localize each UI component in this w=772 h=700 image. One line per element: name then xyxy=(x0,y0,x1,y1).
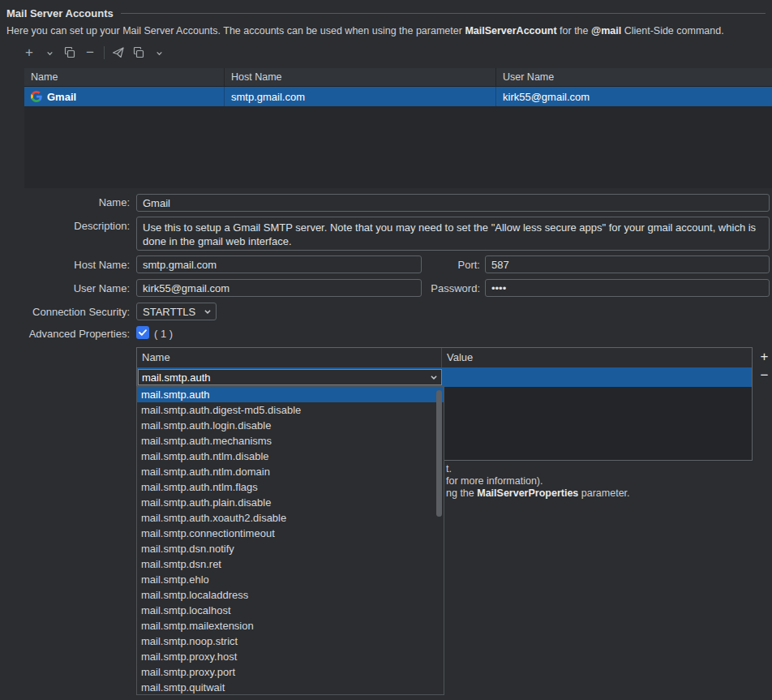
combobox-dropdown-button[interactable] xyxy=(426,370,441,384)
hint-line-3-bold: MailServerProperties xyxy=(477,487,578,499)
column-header-user-name: User Name xyxy=(496,68,772,86)
dropdown-item[interactable]: mail.smtp.auth xyxy=(137,387,444,402)
add-property-button[interactable]: + xyxy=(757,350,772,365)
properties-column-name: Name xyxy=(137,348,442,367)
google-logo-icon xyxy=(31,91,42,102)
account-host: smtp.gmail.com xyxy=(231,91,305,103)
connection-security-select[interactable]: STARTTLS xyxy=(136,303,217,320)
page-title: Mail Server Accounts xyxy=(6,7,114,19)
dropdown-item[interactable]: mail.smtp.localaddress xyxy=(137,587,444,603)
hint-line-3-suffix: parameter. xyxy=(578,487,629,499)
user-name-label: User Name: xyxy=(6,282,130,294)
chevron-down-icon xyxy=(430,373,438,381)
toolbar: + − xyxy=(23,44,165,62)
header-rule xyxy=(121,13,766,14)
intro-part1: Here you can set up your Mail Server Acc… xyxy=(6,25,465,37)
check-icon xyxy=(139,329,147,336)
property-name-combobox[interactable] xyxy=(138,369,442,385)
account-name: Gmail xyxy=(47,91,76,103)
remove-account-button[interactable]: − xyxy=(84,45,96,61)
chevron-down-icon xyxy=(46,49,54,57)
toolbar-separator xyxy=(104,46,105,59)
plus-icon: + xyxy=(25,45,33,60)
column-header-host-name: Host Name xyxy=(225,68,496,86)
popup-scrollbar-thumb[interactable] xyxy=(436,390,442,517)
duplicate-button[interactable] xyxy=(132,45,145,61)
dropdown-item[interactable]: mail.smtp.noop.strict xyxy=(137,633,444,649)
dropdown-item[interactable]: mail.smtp.dsn.ret xyxy=(137,556,444,572)
duplicate-chevron[interactable] xyxy=(152,45,165,61)
hint-line-3-prefix: ng the xyxy=(446,487,477,499)
description-label: Description: xyxy=(6,220,130,232)
column-header-name: Name xyxy=(24,68,225,86)
minus-icon: − xyxy=(86,45,94,60)
dropdown-item[interactable]: mail.smtp.proxy.port xyxy=(137,664,444,680)
cell-host-name: smtp.gmail.com xyxy=(225,87,496,106)
host-name-input[interactable] xyxy=(136,256,422,273)
host-name-label: Host Name: xyxy=(6,259,130,271)
dropdown-item[interactable]: mail.smtp.ehlo xyxy=(137,572,444,587)
dropdown-item[interactable]: mail.smtp.dsn.notify xyxy=(137,541,444,556)
advanced-properties-count: ( 1 ) xyxy=(154,328,173,340)
intro-bold-mailserveraccount: MailServerAccount xyxy=(465,25,556,37)
connection-security-value: STARTTLS xyxy=(143,306,195,318)
intro-bold-mail: @mail xyxy=(591,25,621,37)
intro-part2: for the xyxy=(557,25,591,37)
hint-line-3: ng the MailServerProperties parameter. xyxy=(446,487,630,499)
dropdown-item[interactable]: mail.smtp.auth.digest-md5.disable xyxy=(137,402,444,418)
table-row-gmail[interactable]: Gmail smtp.gmail.com kirk55@gmail.com xyxy=(24,87,772,106)
password-input[interactable] xyxy=(485,279,770,297)
name-input[interactable] xyxy=(136,194,770,212)
chevron-down-icon xyxy=(156,49,163,57)
dropdown-item[interactable]: mail.smtp.localhost xyxy=(137,603,444,618)
dropdown-item[interactable]: mail.smtp.auth.ntlm.disable xyxy=(137,449,444,464)
accounts-table-header: Name Host Name User Name xyxy=(24,68,772,87)
dropdown-item[interactable]: mail.smtp.connectiontimeout xyxy=(137,526,444,541)
send-icon xyxy=(112,46,125,59)
accounts-table: Name Host Name User Name Gmail smtp.gmai… xyxy=(24,68,772,188)
remove-property-button[interactable]: − xyxy=(757,368,772,384)
cell-name: Gmail xyxy=(24,87,225,106)
connection-security-label: Connection Security: xyxy=(6,306,130,318)
add-account-chevron[interactable] xyxy=(43,45,56,61)
intro-part3: Client-Side command. xyxy=(621,25,723,37)
dropdown-item[interactable]: mail.smtp.proxy.host xyxy=(137,649,444,664)
user-name-input[interactable] xyxy=(136,279,422,297)
name-label: Name: xyxy=(6,196,130,208)
dropdown-item[interactable]: mail.smtp.auth.ntlm.flags xyxy=(137,479,444,495)
properties-column-value: Value xyxy=(442,348,473,367)
port-label: Port: xyxy=(438,259,480,271)
account-user: kirk55@gmail.com xyxy=(503,91,590,103)
dropdown-item[interactable]: mail.smtp.mailextension xyxy=(137,618,444,633)
duplicate-icon xyxy=(132,46,145,59)
dropdown-item[interactable]: mail.smtp.auth.login.disable xyxy=(137,418,444,433)
send-test-mail-button[interactable] xyxy=(112,45,125,61)
port-input[interactable] xyxy=(485,256,770,273)
properties-table-header: Name Value xyxy=(137,348,752,367)
chevron-down-icon xyxy=(204,307,212,316)
copy-icon xyxy=(63,46,76,59)
hint-line-2: for more information). xyxy=(446,475,543,487)
copy-account-button[interactable] xyxy=(63,45,76,61)
intro-text: Here you can set up your Mail Server Acc… xyxy=(6,25,766,37)
dropdown-item[interactable]: mail.smtp.auth.mechanisms xyxy=(137,433,444,449)
add-account-button[interactable]: + xyxy=(23,45,36,61)
property-edit-row[interactable] xyxy=(137,367,752,387)
cell-user-name: kirk55@gmail.com xyxy=(496,87,772,106)
hint-line-1: t. xyxy=(446,463,452,475)
property-suggestions-popup: mail.smtp.auth mail.smtp.auth.digest-md5… xyxy=(136,386,444,695)
advanced-properties-checkbox[interactable] xyxy=(136,326,149,339)
dropdown-item[interactable]: mail.smtp.auth.ntlm.domain xyxy=(137,464,444,479)
advanced-properties-label: Advanced Properties: xyxy=(6,328,130,340)
dropdown-item[interactable]: mail.smtp.auth.xoauth2.disable xyxy=(137,510,444,526)
dropdown-item[interactable]: mail.smtp.quitwait xyxy=(137,680,444,695)
property-name-input[interactable] xyxy=(139,371,426,384)
password-label: Password: xyxy=(422,282,480,294)
description-input[interactable]: Use this to setup a Gmail SMTP server. N… xyxy=(136,217,770,251)
dropdown-item[interactable]: mail.smtp.auth.plain.disable xyxy=(137,495,444,510)
section-header: Mail Server Accounts xyxy=(6,7,766,19)
